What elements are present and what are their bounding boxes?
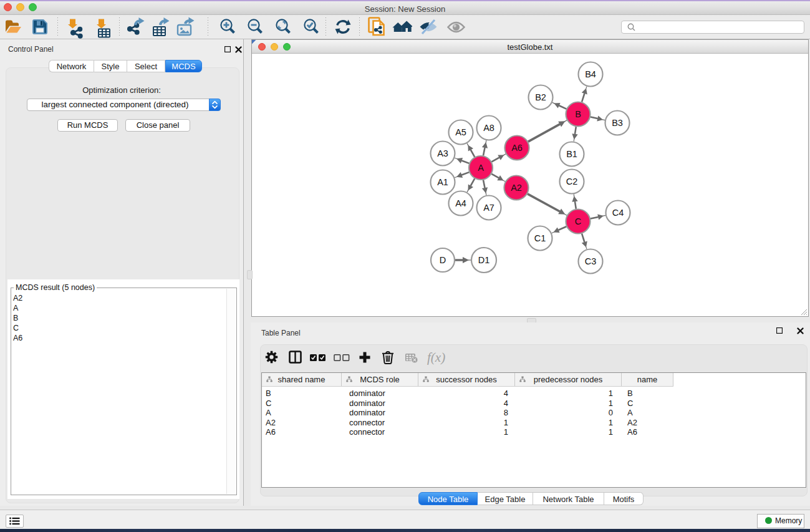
svg-text:B: B: [575, 109, 581, 119]
svg-text:A8: A8: [483, 123, 494, 133]
svg-text:B4: B4: [585, 69, 596, 79]
svg-text:D1: D1: [478, 255, 490, 265]
svg-text:A1: A1: [437, 177, 448, 187]
svg-text:B1: B1: [566, 149, 577, 159]
svg-text:A7: A7: [483, 203, 494, 213]
svg-text:C3: C3: [585, 256, 597, 266]
svg-text:C1: C1: [534, 233, 546, 243]
svg-text:C4: C4: [612, 208, 624, 218]
svg-text:A5: A5: [455, 127, 466, 137]
svg-text:B2: B2: [535, 92, 546, 102]
svg-text:C: C: [575, 216, 581, 226]
svg-text:A3: A3: [437, 148, 448, 158]
svg-text:A2: A2: [511, 183, 522, 193]
svg-text:B3: B3: [612, 118, 623, 128]
svg-text:A6: A6: [511, 143, 523, 153]
svg-text:D: D: [440, 255, 446, 265]
svg-text:A: A: [478, 163, 484, 173]
svg-text:A4: A4: [455, 198, 466, 208]
svg-text:C2: C2: [566, 177, 578, 186]
